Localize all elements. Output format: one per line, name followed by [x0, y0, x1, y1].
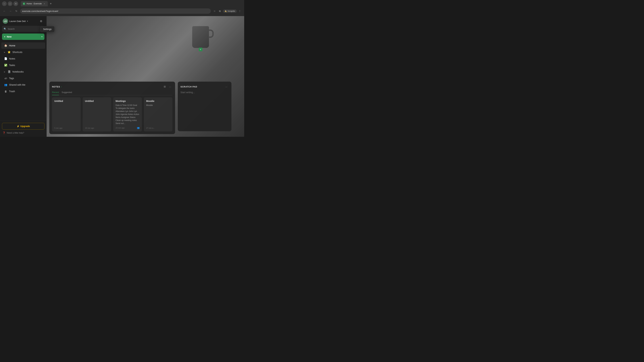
- user-info[interactable]: LD Lauren Dale Deli ▾: [3, 18, 28, 24]
- user-name: Lauren Dale Deli: [10, 20, 26, 22]
- active-tab[interactable]: E Home - Evernote ×: [21, 1, 48, 6]
- upgrade-label: Upgrade: [20, 125, 30, 128]
- browser-chrome: ─ □ ✕ E Home - Evernote × + ← → ↻ everno…: [0, 0, 244, 16]
- new-label: New: [7, 35, 12, 38]
- notes-widget-title-area: NOTES ›: [52, 85, 62, 88]
- note-3-shared-icon: 👥: [137, 126, 140, 129]
- note-card-2[interactable]: Untitled 19 min ago: [83, 97, 111, 131]
- user-avatar: LD: [3, 18, 8, 24]
- tab-title: Home - Evernote: [26, 2, 42, 5]
- note-2-title: Untitled: [85, 100, 109, 102]
- note-1-time: 5 min ago: [54, 127, 62, 129]
- sidebar-footer: ⚡ Upgrade ❓ Need a little help?: [0, 121, 46, 137]
- scratch-pad-widget: SCRATCH PAD ···: [178, 82, 232, 131]
- notes-widget-header: NOTES › ⊞ ···: [52, 84, 172, 89]
- tasks-icon: ✅: [4, 64, 8, 67]
- sidebar-item-home[interactable]: 🏠 Home: [1, 42, 45, 49]
- sidebar-item-shortcuts[interactable]: ▶ ⭐ Shortcuts: [1, 49, 45, 55]
- shared-icon: 👥: [4, 83, 8, 86]
- settings-popup: Settings: [40, 26, 54, 32]
- mug-handle: [209, 29, 214, 38]
- sidebar-item-notebooks[interactable]: ▶ 📓 Notebooks: [1, 68, 45, 75]
- sidebar-item-shared[interactable]: 👥 Shared with Me: [1, 82, 45, 88]
- note-3-time: 23 min ago: [116, 127, 124, 129]
- forward-button[interactable]: →: [8, 9, 13, 13]
- scratch-pad-more-button[interactable]: ···: [224, 84, 229, 89]
- sidebar-item-tags-label: Tags: [9, 77, 14, 80]
- nav-items: 🏠 Home ▶ ⭐ Shortcuts 📄 Notes ✅ Tasks ▶ 📓…: [0, 42, 46, 121]
- settings-button[interactable]: ⚙: [38, 18, 44, 24]
- tea-tag: E: [199, 48, 202, 51]
- notes-tab-suggested[interactable]: Suggested: [62, 91, 72, 95]
- new-tab-button[interactable]: +: [48, 1, 53, 6]
- settings-popup-label: Settings: [43, 28, 52, 30]
- browser-menu-button[interactable]: ⋮: [238, 9, 242, 13]
- sidebar-item-shared-label: Shared with Me: [9, 83, 25, 86]
- browser-window-controls: ─ □ ✕: [2, 1, 18, 6]
- note-4-title: Moodie: [146, 100, 170, 102]
- upgrade-button[interactable]: ⚡ Upgrade: [2, 123, 44, 130]
- trash-icon: 🗑: [4, 90, 8, 93]
- note-4-time: 27 min a...: [146, 127, 155, 129]
- help-icon: ❓: [3, 132, 5, 134]
- widgets-container: NOTES › ⊞ ··· Recent Suggested: [46, 79, 244, 137]
- note-card-3[interactable]: Meetings Date & Time 12:00 Goal To deleg…: [113, 97, 142, 131]
- note-4-footer: 27 min a...: [146, 127, 170, 129]
- sidebar-item-notebooks-label: Notebooks: [12, 70, 24, 73]
- back-button[interactable]: ←: [2, 9, 7, 13]
- sidebar-item-tasks-label: Tasks: [9, 64, 15, 66]
- new-plus-icon: +: [4, 35, 5, 38]
- note-3-footer: 23 min ago 👥: [116, 126, 140, 129]
- notes-layout-button[interactable]: ⊞: [162, 84, 167, 89]
- incognito-icon: 🕵: [224, 10, 227, 12]
- notes-widget-arrow[interactable]: ›: [61, 85, 62, 88]
- notes-widget: NOTES › ⊞ ··· Recent Suggested: [49, 82, 175, 134]
- note-card-4[interactable]: Moodie Moodie 27 min a...: [144, 97, 172, 131]
- maximize-button[interactable]: □: [8, 1, 12, 6]
- sidebar-header: LD Lauren Dale Deli ▾ ⚙: [0, 16, 46, 26]
- note-3-preview: Date & Time 12:00 Goal To delegate the t…: [116, 104, 140, 125]
- note-4-preview: Moodie: [146, 104, 170, 107]
- tab-favicon: E: [23, 2, 25, 5]
- search-bar[interactable]: 🔍 Search: [2, 26, 44, 32]
- address-text: evernote.com/client/web?login=true#/: [22, 10, 58, 12]
- close-button[interactable]: ✕: [14, 1, 18, 6]
- tab-close-button[interactable]: ×: [43, 2, 46, 5]
- notebooks-expand-icon: ▶: [4, 71, 5, 73]
- note-2-time: 19 min ago: [85, 127, 94, 129]
- tags-icon: 🏷: [4, 77, 8, 80]
- refresh-button[interactable]: ↻: [14, 9, 19, 13]
- sidebar-item-trash[interactable]: 🗑 Trash: [1, 88, 45, 94]
- sidebar: LD Lauren Dale Deli ▾ ⚙ Settings 🔍 Searc…: [0, 16, 46, 137]
- search-placeholder: Search: [8, 28, 14, 30]
- extensions-button[interactable]: ⧉: [218, 9, 222, 13]
- sidebar-item-shortcuts-label: Shortcuts: [12, 51, 22, 53]
- address-bar[interactable]: evernote.com/client/web?login=true#/: [20, 8, 211, 14]
- shortcuts-icon: ⭐: [8, 51, 11, 54]
- notes-widget-actions: ⊞ ···: [162, 84, 172, 89]
- scratch-pad-header: SCRATCH PAD ···: [180, 84, 229, 89]
- sidebar-item-notes[interactable]: 📄 Notes: [1, 55, 45, 62]
- scratch-pad-input[interactable]: [180, 91, 229, 128]
- user-chevron-icon: ▾: [27, 20, 28, 22]
- mug-decoration: E: [187, 19, 214, 53]
- mug-body: E: [192, 26, 209, 48]
- note-3-title: Meetings: [116, 100, 140, 102]
- new-note-button[interactable]: + New ▾: [2, 33, 44, 40]
- shortcuts-expand-icon: ▶: [4, 51, 5, 53]
- bookmark-button[interactable]: ☆: [212, 9, 217, 13]
- notes-tab-recent[interactable]: Recent: [52, 91, 59, 95]
- minimize-button[interactable]: ─: [2, 1, 7, 6]
- browser-toolbar-icons: ☆ ⧉ 🕵 Incognito ⋮: [212, 9, 242, 13]
- incognito-badge: 🕵 Incognito: [223, 9, 237, 13]
- new-chevron-icon: ▾: [42, 35, 42, 38]
- note-card-1[interactable]: Untitled 5 min ago: [52, 97, 81, 131]
- sidebar-item-trash-label: Trash: [9, 90, 15, 93]
- sidebar-item-tags[interactable]: 🏷 Tags: [1, 75, 45, 81]
- app-container: LD Lauren Dale Deli ▾ ⚙ Settings 🔍 Searc…: [0, 16, 244, 137]
- sidebar-item-notes-label: Notes: [9, 57, 15, 60]
- help-link[interactable]: ❓ Need a little help?: [2, 131, 44, 135]
- sidebar-item-tasks[interactable]: ✅ Tasks: [1, 62, 45, 68]
- notes-more-button[interactable]: ···: [168, 84, 172, 89]
- browser-titlebar: ─ □ ✕ E Home - Evernote × +: [0, 0, 244, 7]
